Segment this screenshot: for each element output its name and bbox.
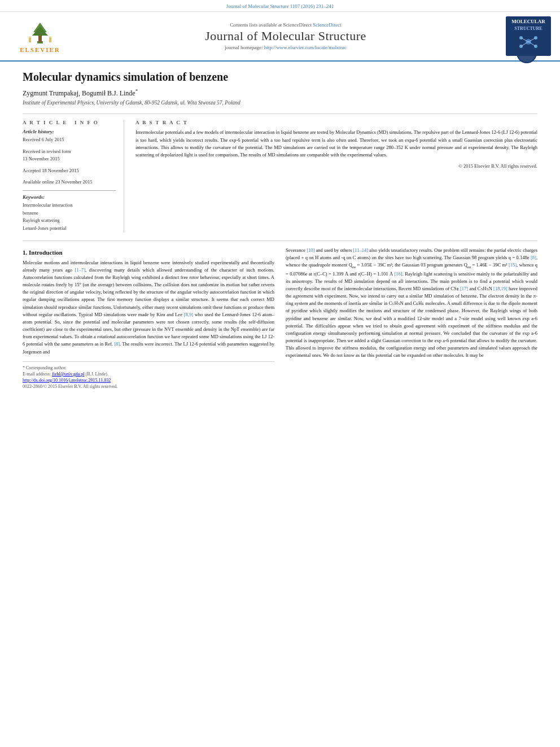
abstract-text: Intermolecular potentials and a few mode… bbox=[135, 129, 537, 159]
journal-homepage: journal homepage: http://www.elsevier.co… bbox=[71, 45, 500, 50]
article-history-title: Article history: bbox=[23, 129, 116, 134]
corresponding-footnote: * Corresponding author. bbox=[23, 365, 274, 370]
abstract-header: A B S T R A C T bbox=[135, 120, 537, 125]
ref-8-9[interactable]: [8,9] bbox=[184, 312, 193, 317]
journal-center-content: Contents lists available at ScienceDirec… bbox=[71, 22, 500, 50]
homepage-link[interactable]: http://www.elsevier.com/locate/molstruc bbox=[264, 45, 347, 50]
article-body: CrossMark ✓ Molecular dynamics simulatio… bbox=[0, 62, 560, 397]
ref-10[interactable]: [10] bbox=[307, 247, 314, 253]
elsevier-logo-area: ELSEVIER bbox=[9, 20, 71, 53]
mol-struct-logo-line2: STRUCTURE bbox=[509, 26, 548, 32]
corresponding-sup: * bbox=[135, 88, 138, 94]
email-footnote: E-mail address: fizhl@univ.gda.pl (B.J. … bbox=[23, 372, 274, 377]
section-1-title: 1. Introduction bbox=[23, 249, 274, 256]
main-content: 1. Introduction Molecular motions and in… bbox=[23, 247, 537, 389]
ref-11-14[interactable]: [11–14] bbox=[353, 247, 368, 253]
article-received: Received 6 July 2015 bbox=[23, 136, 116, 143]
section-1-paragraph-right: Severance [10] and used by others [11–14… bbox=[286, 247, 537, 360]
email-label: E-mail address: bbox=[23, 372, 52, 377]
keywords-list: Intermolecular interaction benzene Rayle… bbox=[23, 202, 116, 232]
article-available: Available online 23 November 2015 bbox=[23, 178, 116, 186]
ref-18-19[interactable]: [18,19] bbox=[493, 286, 508, 291]
article-info-header: A R T I C L E I N F O bbox=[23, 120, 116, 125]
keyword-3: Rayleigh scattering bbox=[23, 217, 116, 225]
article-accepted: Accepted 18 November 2015 bbox=[23, 167, 116, 174]
email-link[interactable]: fizhl@univ.gda.pl bbox=[52, 372, 85, 377]
article-title: Molecular dynamics simulation of benzene bbox=[23, 71, 537, 84]
ref-15[interactable]: [15] bbox=[509, 262, 517, 268]
keyword-4: Lenard-Jones potential bbox=[23, 225, 116, 233]
main-col-left: 1. Introduction Molecular motions and in… bbox=[23, 247, 274, 389]
elsevier-tree-icon bbox=[23, 20, 57, 45]
mol-struct-logo-area: MOLECULAR STRUCTURE bbox=[500, 16, 551, 56]
svg-rect-1 bbox=[38, 36, 42, 42]
ref-17[interactable]: [17] bbox=[460, 286, 468, 291]
ref-8[interactable]: [8] bbox=[114, 341, 120, 347]
affiliation: Institute of Experimental Physics, Unive… bbox=[23, 100, 537, 106]
mol-struct-logo-line1: MOLECULAR bbox=[509, 19, 548, 25]
doi-link: http://dx.doi.org/10.1016/j.molstruc.201… bbox=[23, 378, 274, 383]
mol-struct-logo: MOLECULAR STRUCTURE bbox=[506, 16, 551, 56]
section-1-number: 1. bbox=[23, 249, 27, 256]
keywords-title: Keywords: bbox=[23, 194, 116, 200]
info-abstract-section: A R T I C L E I N F O Article history: R… bbox=[23, 113, 537, 232]
sciencedirect-link: Contents lists available at ScienceDirec… bbox=[71, 22, 500, 28]
ref-16[interactable]: [16] bbox=[394, 271, 402, 277]
journal-reference-bar: Journal of Molecular Structure 1107 (201… bbox=[0, 0, 560, 12]
copyright-footer: 0022-2860/© 2015 Elsevier B.V. All right… bbox=[23, 384, 274, 389]
abstract-copyright: © 2015 Elsevier B.V. All rights reserved… bbox=[135, 163, 537, 169]
info-divider bbox=[23, 190, 116, 191]
journal-reference-text: Journal of Molecular Structure 1107 (201… bbox=[226, 3, 334, 9]
article-received-revised: Received in revised form13 November 2015 bbox=[23, 148, 116, 163]
section-1-paragraph-1: Molecular motions and intermolecular int… bbox=[23, 259, 274, 356]
molecule-icon bbox=[514, 32, 542, 52]
journal-header: ELSEVIER Contents lists available at Sci… bbox=[0, 12, 560, 62]
footer-area: * Corresponding author. E-mail address: … bbox=[23, 361, 274, 389]
email-name: (B.J. Linde). bbox=[86, 372, 108, 377]
ref-1-7[interactable]: [1–7] bbox=[75, 267, 85, 273]
keyword-1: Intermolecular interaction bbox=[23, 202, 116, 209]
main-col-right: Severance [10] and used by others [11–14… bbox=[286, 247, 537, 389]
authors-text: Zygmunt Trumpakaj, Bogumił B.J. Linde bbox=[23, 89, 135, 97]
article-info-col: A R T I C L E I N F O Article history: R… bbox=[23, 120, 124, 232]
section-divider bbox=[23, 241, 537, 241]
sciencedirect-anchor[interactable]: ScienceDirect bbox=[313, 22, 341, 28]
section-1-heading: Introduction bbox=[29, 249, 63, 256]
abstract-col: A B S T R A C T Intermolecular potential… bbox=[135, 120, 537, 232]
doi-anchor[interactable]: http://dx.doi.org/10.1016/j.molstruc.201… bbox=[23, 378, 111, 383]
authors: Zygmunt Trumpakaj, Bogumił B.J. Linde* bbox=[23, 88, 537, 98]
ref-8b[interactable]: [8] bbox=[531, 255, 536, 260]
elsevier-brand-text: ELSEVIER bbox=[20, 46, 60, 53]
journal-title: Journal of Molecular Structure bbox=[71, 29, 500, 43]
keyword-2: benzene bbox=[23, 209, 116, 217]
